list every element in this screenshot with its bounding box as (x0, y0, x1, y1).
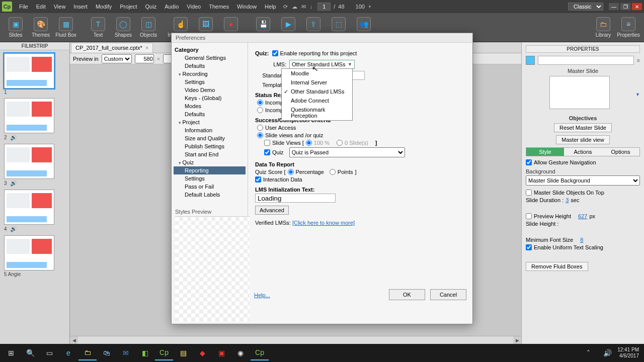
cat-pass-or-fail[interactable]: Pass or Fail (174, 183, 246, 191)
tool-themes[interactable]: 🎨Themes (28, 17, 53, 38)
menu-window[interactable]: Window (233, 4, 261, 10)
app-icon-1[interactable]: ◧ (136, 345, 154, 360)
cloud-icon[interactable]: ☁ (292, 4, 297, 10)
volume-icon[interactable]: 🔊 (598, 345, 616, 360)
master-view-button[interactable]: Master slide view (556, 135, 609, 144)
taskbar-clock[interactable]: 12:41 PM 4/6/2017 (617, 347, 642, 359)
cat-start-and-end[interactable]: Start and End (174, 150, 246, 158)
cat-project[interactable]: Project (174, 118, 246, 126)
cat-settings[interactable]: Settings (174, 174, 246, 183)
sync-icon[interactable]: ⟳ (283, 4, 288, 10)
cat-default-labels[interactable]: Default Labels (174, 191, 246, 199)
edge-icon[interactable]: e (59, 345, 77, 360)
slide-views-count-radio[interactable] (337, 140, 343, 146)
cat-recording[interactable]: Recording (174, 70, 246, 78)
help-link[interactable]: Help... (254, 292, 270, 298)
lms-option-internal-server[interactable]: Internal Server (282, 78, 352, 87)
window-maximize[interactable]: ❐ (620, 3, 630, 10)
cat-information[interactable]: Information (174, 126, 246, 134)
score-percentage-radio[interactable] (288, 169, 294, 175)
quiz-pass-select[interactable]: Quiz is Passed (289, 147, 405, 157)
document-tab[interactable]: CP_2017_full_course.cptx* × (71, 43, 153, 53)
duration-value[interactable]: 3 (566, 197, 569, 203)
master-thumb[interactable] (549, 76, 610, 109)
ui-mode-select[interactable]: Classic (568, 3, 603, 11)
task-view-icon[interactable]: ▭ (40, 345, 58, 360)
background-select[interactable]: Master Slide Background (526, 175, 640, 186)
lms-option-questionmark-perception[interactable]: Questionmark Perception (282, 105, 352, 120)
menu-edit[interactable]: Edit (32, 4, 50, 10)
success-opt1-radio[interactable] (257, 125, 263, 131)
tab-options[interactable]: Options (602, 148, 639, 156)
close-tab-icon[interactable]: × (145, 45, 148, 51)
slide-thumb-2[interactable] (4, 98, 54, 133)
reset-master-button[interactable]: Reset Master Slide (554, 123, 612, 132)
cat-reporting[interactable]: Reporting (174, 166, 246, 174)
zoom-dropdown-icon[interactable]: ▼ (368, 5, 372, 9)
success-opt2-radio[interactable] (257, 132, 263, 138)
tool-objects[interactable]: ◫Objects (136, 17, 161, 38)
cat-video-demo[interactable]: Video Demo (174, 86, 246, 94)
mail-icon[interactable]: ✉ (301, 4, 306, 10)
download-icon[interactable]: ↓ (310, 4, 313, 10)
captivate-icon-2[interactable]: Cp (251, 345, 269, 360)
window-minimize[interactable]: — (609, 3, 619, 10)
tool-fluid-box[interactable]: ▦Fluid Box (53, 17, 78, 38)
cat-general-settings[interactable]: General Settings (174, 54, 246, 62)
interaction-data-checkbox[interactable] (255, 176, 261, 183)
tool-text[interactable]: TText (86, 17, 111, 38)
start-button[interactable]: ⊞ (2, 345, 20, 360)
allow-gesture-checkbox[interactable] (526, 159, 532, 165)
menu-help[interactable]: Help (261, 4, 280, 10)
tab-style[interactable]: Style (526, 148, 564, 156)
cancel-button[interactable]: Cancel (430, 289, 466, 300)
cat-defaults[interactable]: Defaults (174, 110, 246, 118)
menu-insert[interactable]: Insert (69, 4, 92, 10)
outlook-icon[interactable]: ✉ (117, 345, 135, 360)
cat-size-and-quality[interactable]: Size and Quality (174, 134, 246, 142)
cat-defaults[interactable]: Defaults (174, 62, 246, 70)
slide-thumb-1[interactable] (4, 53, 54, 88)
cat-settings[interactable]: Settings (174, 78, 246, 86)
menu-audio[interactable]: Audio (160, 4, 183, 10)
preview-width[interactable] (135, 54, 154, 63)
cat-keys-global-[interactable]: Keys - (Global) (174, 94, 246, 102)
status-opt1-radio[interactable] (257, 100, 263, 106)
tool-properties[interactable]: ≡Properties (616, 17, 641, 38)
menu-themes[interactable]: Themes (205, 4, 233, 10)
search-icon[interactable]: 🔍 (21, 345, 39, 360)
explorer-icon[interactable]: 🗀 (78, 345, 97, 360)
lms-init-input[interactable] (255, 194, 336, 203)
menu-file[interactable]: File (15, 4, 32, 10)
slide-thumb-4[interactable] (4, 190, 54, 225)
slide-name-input[interactable] (538, 56, 634, 65)
scroll-left-icon[interactable]: ◀ (70, 336, 78, 344)
slide-thumb-5[interactable] (4, 235, 54, 270)
advanced-button[interactable]: Advanced (255, 206, 289, 215)
store-icon[interactable]: 🛍 (98, 345, 116, 360)
status-opt2-radio[interactable] (257, 107, 263, 113)
window-close[interactable]: ✕ (632, 3, 642, 10)
master-on-top-checkbox[interactable] (526, 190, 532, 196)
captivate-icon[interactable]: Cp (155, 345, 173, 360)
slide-views-checkbox[interactable] (264, 140, 270, 146)
preview-mode-select[interactable]: Custom (102, 54, 132, 63)
min-font-value[interactable]: 8 (580, 237, 583, 243)
ok-button[interactable]: OK (389, 289, 425, 300)
remove-fluid-button[interactable]: Remove Fluid Boxes (526, 262, 588, 271)
slide-views-pct-radio[interactable] (306, 140, 312, 146)
preview-height-checkbox[interactable] (526, 213, 532, 219)
preview-height-value[interactable]: 627 (578, 213, 587, 219)
chrome-icon[interactable]: ◉ (231, 345, 250, 360)
cat-modes[interactable]: Modes (174, 102, 246, 110)
menu-modify[interactable]: Modify (92, 4, 116, 10)
lms-option-adobe-connect[interactable]: Adobe Connect (282, 96, 352, 105)
scroll-right-icon[interactable]: ▶ (513, 336, 521, 344)
pdf-icon[interactable]: ▣ (212, 345, 230, 360)
menu-quiz[interactable]: Quiz (141, 4, 161, 10)
list-icon[interactable]: ≡ (637, 57, 640, 63)
tab-actions[interactable]: Actions (564, 148, 602, 156)
cat-quiz[interactable]: Quiz (174, 158, 246, 166)
page-current[interactable] (317, 3, 331, 11)
slide-thumb-3[interactable] (4, 144, 54, 179)
